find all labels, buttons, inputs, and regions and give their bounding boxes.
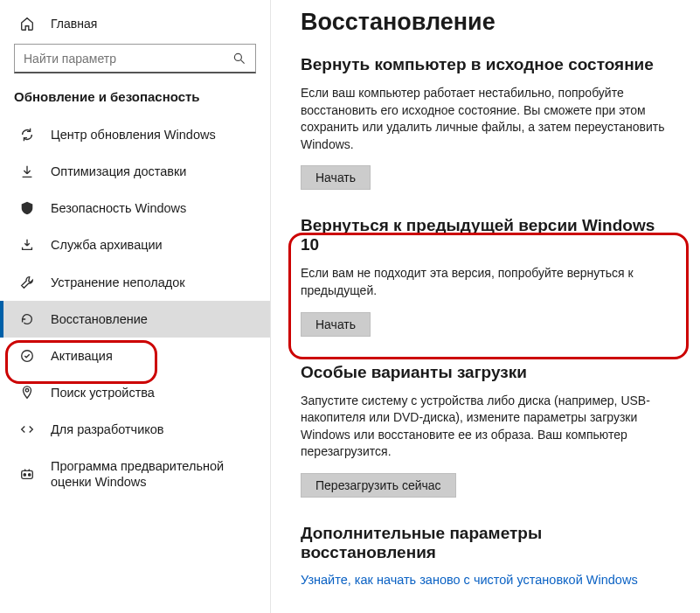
sidebar-item-finddevice[interactable]: Поиск устройства (0, 374, 270, 411)
section-body: Запустите систему с устройства либо диск… (301, 393, 668, 461)
sync-icon (19, 127, 35, 143)
sidebar-item-label: Поиск устройства (51, 385, 155, 401)
section-heading: Дополнительные параметры восстановления (301, 524, 668, 562)
backup-icon (19, 237, 35, 253)
search-icon (232, 52, 246, 66)
fresh-start-link[interactable]: Узнайте, как начать заново с чистой уста… (301, 573, 638, 587)
sidebar-item-label: Устранение неполадок (51, 275, 185, 290)
main-content: Восстановление Вернуть компьютер в исход… (271, 0, 700, 613)
section-heading: Особые варианты загрузки (301, 363, 668, 382)
wrench-icon (19, 275, 35, 290)
sidebar-item-label: Для разработчиков (51, 421, 164, 437)
code-icon (19, 421, 35, 437)
sidebar-item-label: Служба архивации (51, 237, 163, 253)
sidebar-item-backup[interactable]: Служба архивации (0, 226, 270, 263)
sidebar-item-insider[interactable]: Программа предварительной оценки Windows (0, 448, 270, 500)
sidebar-item-developers[interactable]: Для разработчиков (0, 411, 270, 448)
section-more: Дополнительные параметры восстановления … (301, 524, 668, 587)
section-body: Если вам не подходит эта версия, попробу… (301, 265, 668, 299)
sidebar-item-delivery[interactable]: Оптимизация доставки (0, 153, 270, 190)
home-icon (19, 16, 35, 31)
reset-button[interactable]: Начать (301, 165, 371, 190)
section-previous: Вернуться к предыдущей версии Windows 10… (301, 216, 668, 336)
sidebar-item-label: Активация (51, 348, 113, 364)
section-body: Если ваш компьютер работает нестабильно,… (301, 85, 668, 153)
svg-point-4 (24, 474, 25, 476)
section-heading: Вернуть компьютер в исходное состояние (301, 55, 668, 74)
download-icon (19, 164, 35, 179)
sidebar-item-label: Программа предварительной оценки Windows (51, 458, 256, 490)
sidebar-item-label: Восстановление (51, 311, 148, 327)
check-circle-icon (19, 348, 35, 364)
goback-button[interactable]: Начать (301, 312, 371, 337)
sidebar-item-troubleshoot[interactable]: Устранение неполадок (0, 264, 270, 301)
sidebar-item-update[interactable]: Центр обновления Windows (0, 116, 270, 153)
search-input[interactable] (24, 52, 232, 66)
home-row[interactable]: Главная (0, 12, 270, 44)
sidebar-nav: Центр обновления Windows Оптимизация дос… (0, 116, 270, 500)
svg-point-5 (29, 474, 31, 476)
location-icon (19, 385, 35, 401)
sidebar: Главная Обновление и безопасность Центр … (0, 0, 271, 613)
restart-button[interactable]: Перезагрузить сейчас (301, 473, 456, 498)
sidebar-item-label: Безопасность Windows (51, 200, 186, 216)
sidebar-item-recovery[interactable]: Восстановление (0, 301, 270, 338)
search-wrap (0, 44, 270, 89)
sidebar-category: Обновление и безопасность (0, 89, 270, 116)
page-title: Восстановление (301, 9, 700, 36)
sidebar-item-label: Центр обновления Windows (51, 127, 216, 143)
search-box[interactable] (14, 44, 256, 73)
section-reset: Вернуть компьютер в исходное состояние Е… (301, 55, 668, 190)
sidebar-item-activation[interactable]: Активация (0, 338, 270, 374)
insider-icon (19, 466, 35, 482)
svg-point-0 (234, 53, 241, 60)
shield-icon (19, 200, 35, 216)
sidebar-item-security[interactable]: Безопасность Windows (0, 190, 270, 226)
section-heading: Вернуться к предыдущей версии Windows 10 (301, 216, 668, 254)
section-advanced: Особые варианты загрузки Запустите систе… (301, 363, 668, 498)
recovery-icon (19, 311, 35, 327)
sidebar-item-label: Оптимизация доставки (51, 164, 186, 179)
svg-point-2 (25, 388, 29, 392)
home-label: Главная (51, 17, 97, 31)
